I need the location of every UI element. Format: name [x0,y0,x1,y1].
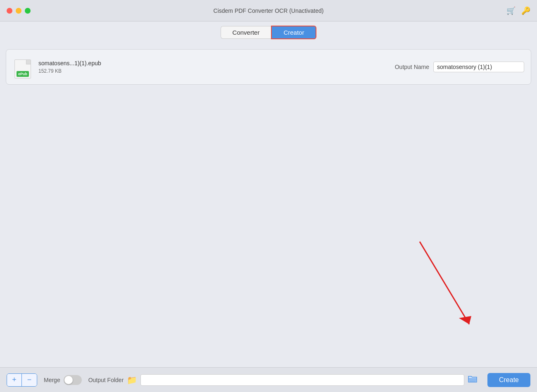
file-size: 152.79 KB [38,68,389,74]
titlebar-icons: 🛒 🔑 [506,6,530,15]
cart-icon[interactable]: 🛒 [506,6,516,15]
folder-icon: 📁 [127,375,137,385]
file-type-badge: ePub [17,71,29,77]
close-button[interactable] [7,8,12,14]
output-name-label: Output Name [395,64,429,70]
file-icon-paper: ePub [14,59,31,78]
bottombar: + − Merge Output Folder 📁 Create [0,367,537,392]
titlebar: Cisdem PDF Converter OCR (Unactivated) 🛒… [0,0,537,21]
file-list-area: ePub somatosens...1)(1).epub 152.79 KB O… [6,49,531,85]
toggle-knob [64,376,73,384]
add-file-button[interactable]: + [7,374,22,386]
output-name-input[interactable] [433,62,524,72]
minimize-button[interactable] [16,8,21,14]
output-name-section: Output Name [395,62,524,72]
maximize-button[interactable] [25,8,31,14]
tab-converter[interactable]: Converter [221,26,271,39]
window-controls [7,8,31,14]
merge-section: Merge [44,375,82,385]
file-info: somatosens...1)(1).epub 152.79 KB [38,60,389,74]
file-row: ePub somatosens...1)(1).epub 152.79 KB O… [13,55,524,78]
merge-label: Merge [44,377,60,383]
merge-toggle[interactable] [64,375,82,385]
output-folder-input[interactable] [140,374,464,386]
remove-file-button[interactable]: − [22,374,37,386]
output-folder-label: Output Folder [88,377,124,383]
user-icon[interactable]: 🔑 [521,6,530,15]
tabbar: Converter Creator [0,21,537,43]
browse-folder-button[interactable] [468,375,478,385]
tab-creator[interactable]: Creator [271,26,316,39]
empty-area [6,89,531,367]
create-button[interactable]: Create [487,373,530,387]
output-folder-section: Output Folder 📁 [88,374,478,386]
svg-line-0 [420,242,469,324]
red-arrow-indicator [411,233,478,342]
main-content: ePub somatosens...1)(1).epub 152.79 KB O… [0,43,537,367]
file-name: somatosens...1)(1).epub [38,60,389,67]
file-icon: ePub [13,55,33,78]
add-remove-buttons: + − [7,373,37,387]
app-title: Cisdem PDF Converter OCR (Unactivated) [214,7,324,14]
svg-marker-1 [459,316,471,324]
